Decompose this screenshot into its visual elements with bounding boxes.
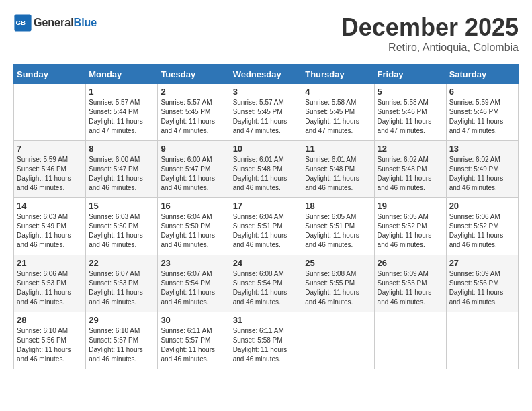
day-number: 11 (305, 144, 371, 154)
day-info: Sunrise: 5:59 AM Sunset: 5:46 PM Dayligh… (17, 155, 83, 193)
day-number: 8 (89, 144, 154, 154)
svg-text:GB: GB (16, 19, 26, 26)
day-number: 10 (233, 144, 300, 154)
calendar-cell: 8Sunrise: 6:00 AM Sunset: 5:47 PM Daylig… (86, 141, 158, 198)
logo-text-blue: Blue (74, 17, 97, 28)
day-number: 31 (233, 315, 300, 325)
location-title: Retiro, Antioquia, Colombia (341, 42, 519, 54)
day-info: Sunrise: 6:08 AM Sunset: 5:54 PM Dayligh… (233, 269, 300, 307)
calendar-cell: 31Sunrise: 6:11 AM Sunset: 5:58 PM Dayli… (230, 312, 302, 369)
weekday-header-sunday: Sunday (14, 65, 86, 84)
day-number: 13 (449, 144, 515, 154)
day-info: Sunrise: 6:11 AM Sunset: 5:58 PM Dayligh… (233, 326, 300, 364)
month-title: December 2025 (341, 13, 519, 42)
calendar-body: 1Sunrise: 5:57 AM Sunset: 5:44 PM Daylig… (14, 84, 519, 369)
calendar-week-5: 28Sunrise: 6:10 AM Sunset: 5:56 PM Dayli… (14, 312, 519, 369)
day-number: 1 (89, 87, 154, 97)
day-number: 5 (378, 87, 443, 97)
day-number: 26 (378, 258, 443, 268)
day-info: Sunrise: 5:57 AM Sunset: 5:44 PM Dayligh… (89, 98, 154, 136)
weekday-header-monday: Monday (86, 65, 158, 84)
calendar-cell: 21Sunrise: 6:06 AM Sunset: 5:53 PM Dayli… (14, 255, 86, 312)
day-number: 6 (449, 87, 515, 97)
day-info: Sunrise: 6:10 AM Sunset: 5:57 PM Dayligh… (89, 326, 154, 364)
day-info: Sunrise: 6:00 AM Sunset: 5:47 PM Dayligh… (89, 155, 154, 193)
logo-icon: GB (13, 13, 32, 32)
day-info: Sunrise: 6:10 AM Sunset: 5:56 PM Dayligh… (17, 326, 83, 364)
day-info: Sunrise: 6:02 AM Sunset: 5:49 PM Dayligh… (449, 155, 515, 193)
day-number: 3 (233, 87, 300, 97)
day-info: Sunrise: 6:00 AM Sunset: 5:47 PM Dayligh… (161, 155, 226, 193)
calendar-cell: 23Sunrise: 6:07 AM Sunset: 5:54 PM Dayli… (158, 255, 230, 312)
day-info: Sunrise: 6:11 AM Sunset: 5:57 PM Dayligh… (161, 326, 226, 364)
day-number: 29 (89, 315, 154, 325)
day-number: 18 (305, 201, 371, 211)
day-info: Sunrise: 6:05 AM Sunset: 5:51 PM Dayligh… (305, 212, 371, 250)
calendar-cell: 6Sunrise: 5:59 AM Sunset: 5:46 PM Daylig… (446, 84, 518, 141)
day-number: 16 (161, 201, 226, 211)
day-info: Sunrise: 5:57 AM Sunset: 5:45 PM Dayligh… (233, 98, 300, 136)
day-info: Sunrise: 5:58 AM Sunset: 5:45 PM Dayligh… (305, 98, 371, 136)
calendar-cell: 19Sunrise: 6:05 AM Sunset: 5:52 PM Dayli… (374, 198, 446, 255)
weekday-header-wednesday: Wednesday (230, 65, 302, 84)
day-number: 7 (17, 144, 83, 154)
calendar-cell: 24Sunrise: 6:08 AM Sunset: 5:54 PM Dayli… (230, 255, 302, 312)
calendar-cell: 2Sunrise: 5:57 AM Sunset: 5:45 PM Daylig… (158, 84, 230, 141)
day-info: Sunrise: 6:02 AM Sunset: 5:48 PM Dayligh… (378, 155, 443, 193)
day-number: 25 (305, 258, 371, 268)
day-number: 20 (449, 201, 515, 211)
day-info: Sunrise: 6:05 AM Sunset: 5:52 PM Dayligh… (378, 212, 443, 250)
calendar-cell: 14Sunrise: 6:03 AM Sunset: 5:49 PM Dayli… (14, 198, 86, 255)
day-number: 9 (161, 144, 226, 154)
day-info: Sunrise: 6:09 AM Sunset: 5:55 PM Dayligh… (378, 269, 443, 307)
day-info: Sunrise: 6:06 AM Sunset: 5:53 PM Dayligh… (17, 269, 83, 307)
calendar-cell (14, 84, 86, 141)
day-number: 17 (233, 201, 300, 211)
calendar-table: SundayMondayTuesdayWednesdayThursdayFrid… (13, 64, 519, 369)
calendar-cell: 15Sunrise: 6:03 AM Sunset: 5:50 PM Dayli… (86, 198, 158, 255)
calendar-cell: 4Sunrise: 5:58 AM Sunset: 5:45 PM Daylig… (302, 84, 374, 141)
day-info: Sunrise: 6:08 AM Sunset: 5:55 PM Dayligh… (305, 269, 371, 307)
day-number: 24 (233, 258, 300, 268)
calendar-cell: 22Sunrise: 6:07 AM Sunset: 5:53 PM Dayli… (86, 255, 158, 312)
calendar-cell: 5Sunrise: 5:58 AM Sunset: 5:46 PM Daylig… (374, 84, 446, 141)
calendar-cell: 29Sunrise: 6:10 AM Sunset: 5:57 PM Dayli… (86, 312, 158, 369)
calendar-cell: 28Sunrise: 6:10 AM Sunset: 5:56 PM Dayli… (14, 312, 86, 369)
day-number: 23 (161, 258, 226, 268)
day-number: 27 (449, 258, 515, 268)
day-info: Sunrise: 5:59 AM Sunset: 5:46 PM Dayligh… (449, 98, 515, 136)
title-area: December 2025 Retiro, Antioquia, Colombi… (341, 13, 519, 54)
calendar-week-1: 1Sunrise: 5:57 AM Sunset: 5:44 PM Daylig… (14, 84, 519, 141)
day-info: Sunrise: 6:01 AM Sunset: 5:48 PM Dayligh… (305, 155, 371, 193)
calendar-cell: 13Sunrise: 6:02 AM Sunset: 5:49 PM Dayli… (446, 141, 518, 198)
day-info: Sunrise: 6:04 AM Sunset: 5:50 PM Dayligh… (161, 212, 226, 250)
day-number: 2 (161, 87, 226, 97)
day-number: 30 (161, 315, 226, 325)
calendar-cell: 30Sunrise: 6:11 AM Sunset: 5:57 PM Dayli… (158, 312, 230, 369)
day-info: Sunrise: 6:03 AM Sunset: 5:49 PM Dayligh… (17, 212, 83, 250)
logo: GB GeneralBlue (13, 13, 97, 32)
calendar-cell: 3Sunrise: 5:57 AM Sunset: 5:45 PM Daylig… (230, 84, 302, 141)
calendar-cell: 1Sunrise: 5:57 AM Sunset: 5:44 PM Daylig… (86, 84, 158, 141)
calendar-cell (302, 312, 374, 369)
calendar-cell: 17Sunrise: 6:04 AM Sunset: 5:51 PM Dayli… (230, 198, 302, 255)
weekday-header-row: SundayMondayTuesdayWednesdayThursdayFrid… (14, 65, 519, 84)
day-info: Sunrise: 6:07 AM Sunset: 5:53 PM Dayligh… (89, 269, 154, 307)
weekday-header-tuesday: Tuesday (158, 65, 230, 84)
day-info: Sunrise: 6:09 AM Sunset: 5:56 PM Dayligh… (449, 269, 515, 307)
day-number: 28 (17, 315, 83, 325)
calendar-cell: 7Sunrise: 5:59 AM Sunset: 5:46 PM Daylig… (14, 141, 86, 198)
day-number: 22 (89, 258, 154, 268)
day-info: Sunrise: 6:07 AM Sunset: 5:54 PM Dayligh… (161, 269, 226, 307)
calendar-cell: 27Sunrise: 6:09 AM Sunset: 5:56 PM Dayli… (446, 255, 518, 312)
day-info: Sunrise: 6:03 AM Sunset: 5:50 PM Dayligh… (89, 212, 154, 250)
weekday-header-thursday: Thursday (302, 65, 374, 84)
calendar-week-3: 14Sunrise: 6:03 AM Sunset: 5:49 PM Dayli… (14, 198, 519, 255)
calendar-cell: 25Sunrise: 6:08 AM Sunset: 5:55 PM Dayli… (302, 255, 374, 312)
calendar-cell (446, 312, 518, 369)
day-number: 15 (89, 201, 154, 211)
day-info: Sunrise: 6:04 AM Sunset: 5:51 PM Dayligh… (233, 212, 300, 250)
calendar-cell (374, 312, 446, 369)
calendar-cell: 10Sunrise: 6:01 AM Sunset: 5:48 PM Dayli… (230, 141, 302, 198)
calendar-cell: 18Sunrise: 6:05 AM Sunset: 5:51 PM Dayli… (302, 198, 374, 255)
